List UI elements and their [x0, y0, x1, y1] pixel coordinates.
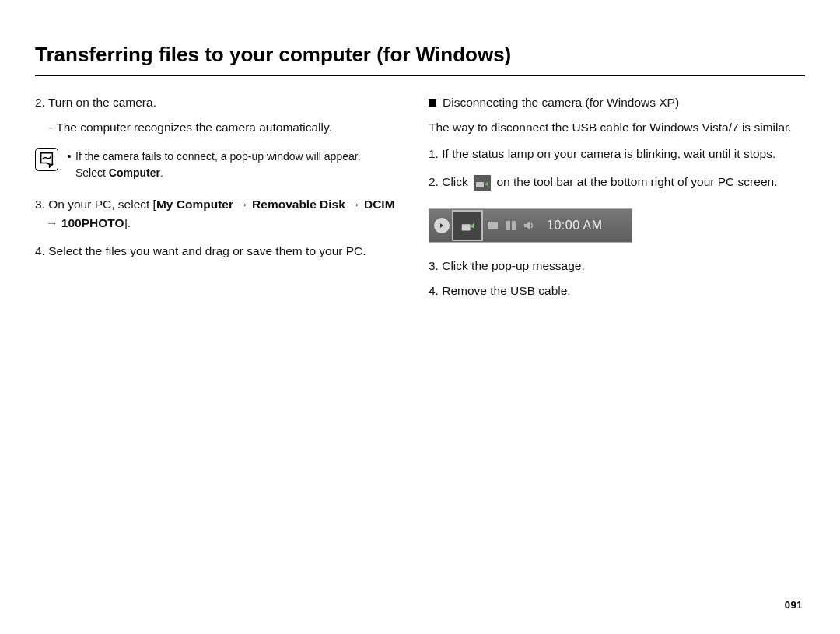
tray-icon-1: [485, 218, 501, 233]
step-2-sub: - The computer recognizes the camera aut…: [49, 118, 407, 137]
right-column: Disconnecting the camera (for Windows XP…: [429, 93, 805, 306]
two-column-content: 2. Turn on the camera. - The computer re…: [35, 93, 805, 306]
right-step-2-prefix: 2. Click: [429, 175, 471, 188]
right-step-1: 1. If the status lamp on your camera is …: [429, 145, 805, 163]
volume-icon: [521, 218, 537, 233]
svg-rect-1: [476, 182, 484, 187]
right-step-2: 2. Click on the tool bar at the bottom r…: [429, 173, 805, 191]
svg-rect-2: [462, 224, 471, 230]
page-number: 091: [785, 599, 803, 611]
svg-rect-3: [488, 222, 498, 229]
note-icon: [35, 148, 58, 171]
svg-rect-4: [506, 221, 510, 230]
right-step-4: 4. Remove the USB cable.: [429, 282, 805, 300]
page-content: Transferring files to your computer (for…: [0, 0, 840, 338]
step-2: 2. Turn on the camera.: [35, 93, 407, 112]
tray-icon-2: [503, 218, 519, 233]
page-title: Transferring files to your computer (for…: [35, 43, 805, 76]
note-line-a: If the camera fails to connect, a pop-up…: [75, 150, 361, 163]
tray-time: 10:00 AM: [547, 216, 603, 236]
note-line-b-suffix: .: [160, 166, 163, 179]
subheading-text: Disconnecting the camera (for Windows XP…: [443, 96, 679, 109]
note-line-b-bold: Computer: [109, 166, 160, 179]
bullet-dot-icon: [68, 155, 71, 158]
left-column: 2. Turn on the camera. - The computer re…: [35, 93, 407, 306]
eject-icon: [474, 175, 491, 191]
square-bullet-icon: [429, 99, 436, 107]
system-tray-image: 10:00 AM: [429, 208, 632, 243]
intro-paragraph: The way to disconnect the USB cable for …: [429, 118, 805, 137]
svg-rect-5: [512, 221, 516, 230]
note-text: If the camera fails to connect, a pop-up…: [68, 148, 361, 181]
note-line-b-prefix: Select: [75, 166, 109, 179]
safely-remove-hardware-icon: [452, 210, 483, 241]
step-3-prefix: 3. On your PC, select [: [35, 198, 156, 211]
right-step-2-suffix: on the tool bar at the bottom right of y…: [493, 175, 777, 188]
right-step-3: 3. Click the pop-up message.: [429, 257, 805, 275]
step-3-suffix: ].: [124, 216, 131, 229]
step-3: 3. On your PC, select [My Computer → Rem…: [35, 195, 407, 233]
note-block: If the camera fails to connect, a pop-up…: [35, 148, 407, 181]
subheading-disconnecting: Disconnecting the camera (for Windows XP…: [429, 93, 805, 112]
step-4: 4. Select the files you want and drag or…: [35, 242, 407, 261]
expand-tray-icon: [434, 218, 450, 233]
